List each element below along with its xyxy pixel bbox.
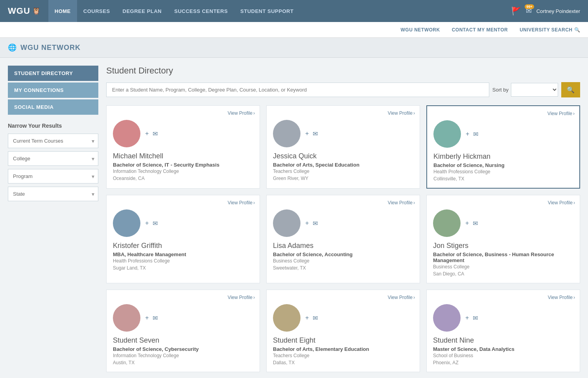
- nav-success-centers[interactable]: SUCCESS CENTERS: [168, 0, 234, 22]
- filter-state: State: [8, 187, 98, 201]
- card-degree-4: Bachelor of Science, Accounting: [273, 251, 413, 257]
- card-location-7: Dallas, TX: [273, 360, 413, 365]
- avatar-7: [273, 304, 300, 332]
- sort-select[interactable]: [511, 83, 558, 97]
- card-icons-4: + ✉: [305, 220, 318, 227]
- add-connection-button-7[interactable]: +: [305, 314, 309, 321]
- filter-current-term-select[interactable]: Current Term Courses: [8, 134, 98, 148]
- nav-degree-plan[interactable]: DEGREE PLAN: [116, 0, 168, 22]
- sidebar: STUDENT DIRECTORY MY CONNECTIONS SOCIAL …: [8, 66, 98, 372]
- avatar-2: [433, 120, 461, 148]
- logo[interactable]: WGU 🦉: [8, 6, 41, 16]
- directory-title: Student Directory: [106, 66, 580, 76]
- sidebar-student-directory[interactable]: STUDENT DIRECTORY: [8, 66, 98, 81]
- card-top-0: + ✉: [113, 120, 253, 147]
- view-profile-link-8[interactable]: View Profile ›: [548, 295, 575, 300]
- student-card-0: View Profile › + ✉ Michael Mitchell Bach…: [106, 105, 260, 189]
- filter-college-select[interactable]: College: [8, 151, 98, 166]
- sort-label: Sort by: [492, 87, 509, 93]
- user-name[interactable]: Cortney Poindexter: [536, 8, 580, 14]
- logo-text: WGU: [8, 6, 30, 16]
- add-connection-button-2[interactable]: +: [466, 130, 469, 138]
- card-college-0: Information Technology College: [113, 169, 253, 174]
- card-top-6: + ✉: [113, 304, 253, 332]
- nav-right: 🚩 ✉ 99+ Cortney Poindexter: [511, 6, 580, 16]
- card-college-1: Teachers College: [273, 169, 413, 174]
- card-top-1: + ✉: [273, 120, 413, 147]
- sidebar-social-media[interactable]: SOCIAL MEDIA: [8, 99, 98, 115]
- filter-state-select[interactable]: State: [8, 187, 98, 201]
- subnav-university-search[interactable]: UNIVERSITY SEARCH 🔍: [520, 27, 580, 33]
- notification-badge: 99+: [525, 4, 534, 9]
- card-icons-0: + ✉: [145, 130, 158, 138]
- view-profile-link-3[interactable]: View Profile ›: [228, 200, 255, 206]
- notification-icon[interactable]: ✉ 99+: [526, 7, 532, 15]
- card-icons-2: + ✉: [466, 130, 478, 138]
- filter-program: Program: [8, 169, 98, 183]
- card-top-2: + ✉: [433, 120, 573, 148]
- send-mail-button-4[interactable]: ✉: [313, 220, 318, 227]
- send-mail-button-2[interactable]: ✉: [473, 130, 478, 138]
- avatar-6: [113, 304, 140, 332]
- card-location-8: Phoenix, AZ: [433, 360, 573, 365]
- view-profile-link-0[interactable]: View Profile ›: [228, 110, 255, 116]
- add-connection-button-4[interactable]: +: [305, 220, 309, 227]
- view-profile-link-2[interactable]: View Profile ›: [547, 111, 575, 116]
- nav-courses[interactable]: COURSES: [77, 0, 116, 22]
- card-location-6: Austin, TX: [113, 360, 253, 365]
- subnav-university-search-label: UNIVERSITY SEARCH: [520, 27, 572, 33]
- nav-links: HOME COURSES DEGREE PLAN SUCCESS CENTERS…: [48, 0, 511, 22]
- search-button[interactable]: 🔍: [561, 82, 580, 97]
- card-college-6: Information Technology College: [113, 353, 253, 358]
- card-college-2: Health Professions College: [433, 169, 573, 174]
- card-degree-8: Master of Science, Data Analytics: [433, 346, 573, 352]
- top-navigation: WGU 🦉 HOME COURSES DEGREE PLAN SUCCESS C…: [0, 0, 588, 22]
- sidebar-my-connections[interactable]: MY CONNECTIONS: [8, 83, 98, 98]
- send-mail-button-0[interactable]: ✉: [153, 130, 158, 138]
- card-name-7: Student Eight: [273, 336, 413, 345]
- view-profile-link-1[interactable]: View Profile ›: [388, 110, 415, 116]
- nav-home[interactable]: HOME: [48, 0, 77, 22]
- card-location-0: Oceanside, CA: [113, 176, 253, 181]
- student-card-1: View Profile › + ✉ Jessica Quick Bachelo…: [266, 105, 420, 189]
- view-profile-link-4[interactable]: View Profile ›: [388, 200, 415, 206]
- filter-program-select[interactable]: Program: [8, 169, 98, 183]
- student-card-3: View Profile › + ✉ Kristofer Griffith MB…: [106, 195, 260, 283]
- add-connection-button-0[interactable]: +: [145, 130, 149, 137]
- add-connection-button-6[interactable]: +: [145, 314, 149, 321]
- card-location-2: Collinsville, TX: [433, 176, 573, 182]
- card-name-5: Jon Stigers: [433, 242, 573, 250]
- card-name-1: Jessica Quick: [273, 152, 413, 160]
- send-mail-button-5[interactable]: ✉: [473, 220, 478, 227]
- add-connection-button-1[interactable]: +: [305, 130, 309, 137]
- view-profile-link-5[interactable]: View Profile ›: [548, 200, 575, 206]
- add-connection-button-3[interactable]: +: [145, 220, 149, 227]
- sub-navigation: WGU NETWORK CONTACT MY MENTOR UNIVERSITY…: [0, 22, 588, 38]
- search-input[interactable]: [106, 83, 489, 97]
- card-name-4: Lisa Adames: [273, 242, 413, 250]
- nav-student-support[interactable]: STUDENT SUPPORT: [234, 0, 300, 22]
- main-layout: STUDENT DIRECTORY MY CONNECTIONS SOCIAL …: [0, 58, 588, 378]
- student-card-7: View Profile › + ✉ Student Eight Bachelo…: [266, 290, 420, 372]
- add-connection-button-5[interactable]: +: [465, 220, 469, 227]
- send-mail-button-6[interactable]: ✉: [153, 314, 158, 322]
- card-icons-3: + ✉: [145, 220, 158, 227]
- subnav-contact-mentor[interactable]: CONTACT MY MENTOR: [452, 27, 508, 33]
- card-degree-6: Bachelor of Science, Cybersecurity: [113, 346, 253, 352]
- view-profile-link-7[interactable]: View Profile ›: [388, 295, 415, 300]
- send-mail-button-8[interactable]: ✉: [473, 314, 478, 322]
- flag-icon[interactable]: 🚩: [511, 6, 521, 16]
- view-profile-link-6[interactable]: View Profile ›: [228, 295, 255, 300]
- card-college-7: Teachers College: [273, 353, 413, 358]
- send-mail-button-1[interactable]: ✉: [313, 130, 318, 138]
- card-college-4: Business College: [273, 258, 413, 264]
- card-location-3: Sugar Land, TX: [113, 265, 253, 271]
- subnav-wgu-network[interactable]: WGU NETWORK: [401, 27, 440, 33]
- send-mail-button-3[interactable]: ✉: [153, 220, 158, 227]
- add-connection-button-8[interactable]: +: [465, 314, 469, 321]
- filter-college: College: [8, 151, 98, 166]
- search-icon: 🔍: [574, 27, 581, 33]
- globe-icon: 🌐: [8, 43, 17, 52]
- card-icons-1: + ✉: [305, 130, 318, 138]
- send-mail-button-7[interactable]: ✉: [313, 314, 318, 322]
